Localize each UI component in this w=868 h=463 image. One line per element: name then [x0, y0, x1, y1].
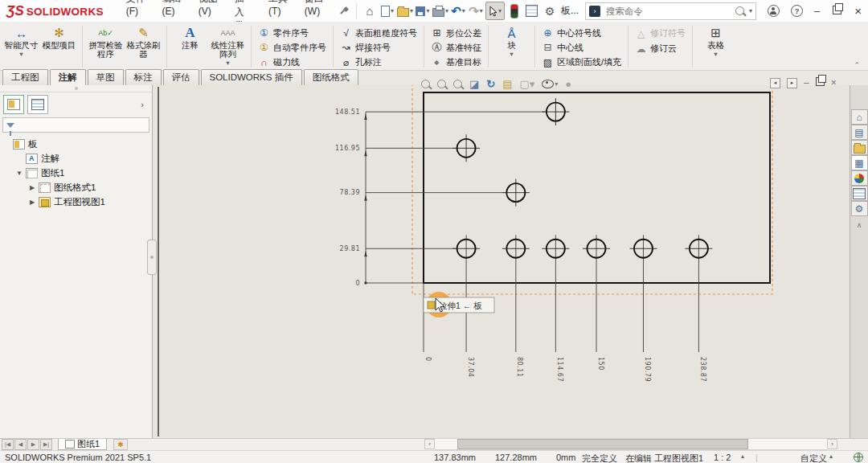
tab-SOLIDWORKS 插件[interactable]: SOLIDWORKS 插件	[201, 69, 302, 85]
dropdown-icon[interactable]: ▼	[225, 59, 231, 67]
tree-expanded-icon[interactable]: ▼	[16, 170, 23, 177]
horizontal-scrollbar[interactable]: ‹ ›	[424, 439, 837, 449]
left-ordinate-dim-text[interactable]: 29.81	[340, 245, 360, 252]
sheet-nav-next-icon[interactable]: ▶	[27, 439, 39, 450]
section-view-icon[interactable]: ◪	[469, 78, 479, 90]
design-library-tab[interactable]: ▤	[851, 125, 868, 140]
solidworks-forum-tab[interactable]: ⚙	[851, 201, 868, 216]
ribbon-button-hole-callout[interactable]: ⌀孔标注	[338, 55, 420, 70]
bottom-ordinate-dim-text[interactable]: 114.67	[556, 357, 563, 382]
part-outline[interactable]	[424, 92, 770, 283]
ribbon-button-surface-finish[interactable]: √表面粗糙度符号	[338, 26, 420, 40]
pin-menu-icon[interactable]	[339, 6, 346, 16]
open-document-button[interactable]: ▾	[397, 2, 413, 20]
scale-dropdown-icon[interactable]: ▴	[741, 453, 744, 460]
scrollbar-thumb[interactable]	[457, 439, 748, 449]
tree-item-注解[interactable]: 注解	[0, 151, 152, 166]
units-dropdown-icon[interactable]: ▴	[829, 453, 833, 460]
ribbon-button-format-painter[interactable]: ✎格式涂刷器	[125, 23, 162, 70]
file-explorer-tab[interactable]	[851, 140, 868, 155]
tree-collapsed-icon[interactable]: ▶	[29, 184, 35, 191]
previous-pane-button[interactable]: ◂	[770, 78, 780, 88]
select-dropdown-icon[interactable]: ▾	[498, 7, 502, 14]
ribbon-button-datum-feature[interactable]: Ⓐ基准特征	[428, 40, 484, 55]
zoom-icon[interactable]	[453, 80, 462, 88]
sheet-nav-last-icon[interactable]: ▶|	[40, 439, 52, 450]
ribbon-button-model-items[interactable]: ✻模型项目	[40, 23, 78, 70]
ribbon-button-magnetic-line[interactable]: ∩磁力线	[256, 55, 329, 70]
search-icon[interactable]	[735, 6, 744, 15]
scroll-right-icon[interactable]: ›	[827, 439, 837, 449]
search-input[interactable]	[604, 6, 731, 17]
new-document-button[interactable]: ▾	[379, 2, 395, 20]
ribbon-button-revision-cloud[interactable]: ☁修订云	[633, 41, 688, 56]
ribbon-button-geometric-tolerance[interactable]: ⊞形位公差	[428, 26, 484, 40]
next-pane-button[interactable]: ▸	[787, 78, 797, 88]
document-properties-button[interactable]	[524, 2, 540, 20]
drawing-canvas[interactable]: 037.0480.11114.67150190.79238.87148.5111…	[153, 85, 850, 438]
close-button[interactable]: ×	[848, 4, 868, 18]
ribbon-button-spell-check[interactable]: Ab✓拼写检验程序	[87, 23, 125, 70]
tree-item-图纸1[interactable]: ▼图纸1	[0, 166, 152, 180]
tab-评估[interactable]: 评估	[163, 69, 199, 85]
dropdown-icon[interactable]: ▼	[18, 51, 24, 58]
left-ordinate-dim-text[interactable]: 148.51	[335, 109, 360, 116]
left-ordinate-dim-text[interactable]: 116.95	[335, 145, 360, 152]
print-button[interactable]: ▾	[432, 2, 448, 20]
sheet-tab[interactable]: 图纸1	[58, 439, 107, 450]
help-icon[interactable]: ?	[791, 5, 803, 17]
rotate-view-icon[interactable]: ↻	[486, 78, 495, 90]
ribbon-button-auto-balloon[interactable]: ①自动零件序号	[256, 40, 329, 55]
zoom-to-area-icon[interactable]	[437, 80, 446, 88]
ribbon-button-smart-dimension[interactable]: ↔智能尺寸▼	[2, 23, 40, 70]
zoom-to-fit-icon[interactable]	[421, 80, 430, 88]
ribbon-button-weld-symbol[interactable]: ↝焊接符号	[338, 40, 420, 55]
left-ordinate-dim-text[interactable]: 0	[355, 280, 360, 287]
appearances-scenes-tab[interactable]	[851, 170, 868, 186]
ribbon-button-note[interactable]: A注释	[171, 23, 209, 70]
redo-button[interactable]: ↷▾	[468, 2, 484, 20]
panel-grip[interactable]	[0, 85, 152, 92]
command-search[interactable]: › ▾	[585, 2, 756, 20]
dropdown-icon[interactable]: ▼	[509, 51, 514, 58]
user-account-icon[interactable]	[768, 5, 780, 17]
panel-expand-icon[interactable]: ›	[141, 100, 149, 109]
tab-标注[interactable]: 标注	[125, 69, 162, 85]
sheet-scale[interactable]: 1 : 2	[714, 453, 731, 462]
bottom-ordinate-dim-text[interactable]: 150	[597, 357, 604, 371]
undo-dropdown-icon[interactable]: ▾	[462, 7, 465, 14]
tab-图纸格式[interactable]: 图纸格式	[304, 69, 358, 85]
sheet-nav-prev-icon[interactable]: ◀	[14, 439, 27, 450]
undo-button[interactable]: ↶▾	[450, 2, 466, 20]
print-dropdown-icon[interactable]: ▾	[445, 7, 448, 14]
save-dropdown-icon[interactable]: ▾	[426, 7, 429, 14]
tab-注解[interactable]: 注解	[50, 69, 86, 85]
redo-dropdown-icon[interactable]: ▾	[480, 7, 483, 14]
minimize-window-button[interactable]: –	[804, 77, 809, 88]
select-cursor-button[interactable]: ▾	[485, 2, 505, 20]
scroll-left-icon[interactable]: ‹	[424, 439, 435, 449]
restore-window-button[interactable]	[816, 77, 825, 88]
open-document-dropdown-icon[interactable]: ▾	[410, 7, 413, 14]
task-pane-collapse-icon[interactable]: ∧	[850, 221, 868, 229]
bottom-ordinate-dim-text[interactable]: 238.87	[699, 357, 706, 382]
ribbon-button-linear-note-pattern[interactable]: AAA线性注释阵列▼	[209, 23, 247, 70]
tab-工程图[interactable]: 工程图	[2, 69, 48, 85]
sheet-nav-first-icon[interactable]: |◀	[2, 439, 14, 450]
home-button[interactable]: ⌂	[362, 2, 378, 20]
minimize-button[interactable]: –	[808, 5, 826, 17]
add-sheet-button[interactable]: ✱	[113, 439, 128, 450]
left-ordinate-dim-text[interactable]: 78.39	[340, 189, 360, 196]
bottom-ordinate-dim-text[interactable]: 190.79	[644, 357, 651, 382]
display-manager-tab[interactable]	[27, 95, 48, 114]
restore-button[interactable]	[826, 5, 848, 17]
tree-item-图纸格式1[interactable]: ▶图纸格式1	[0, 180, 152, 195]
view-palette-tab[interactable]: ▦	[851, 155, 868, 170]
solidworks-resources-tab[interactable]: ⌂	[851, 109, 868, 125]
new-document-dropdown-icon[interactable]: ▾	[391, 7, 394, 14]
bottom-ordinate-dim-text[interactable]: 37.04	[467, 357, 474, 377]
custom-properties-tab[interactable]	[851, 186, 868, 201]
rebuild-traffic-light-button[interactable]	[506, 2, 522, 20]
tags-globe-icon[interactable]	[854, 453, 863, 462]
scrollbar-track[interactable]	[435, 438, 827, 450]
